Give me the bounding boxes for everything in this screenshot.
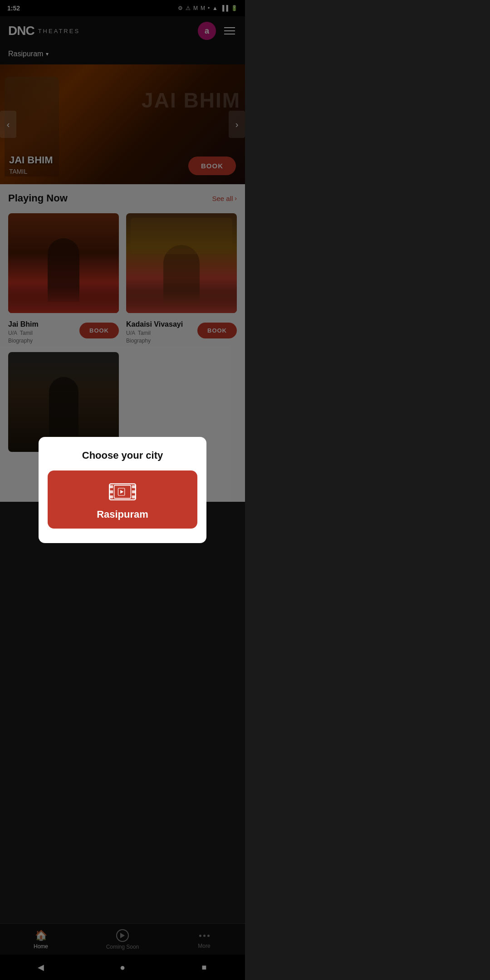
rasipuram-city-button[interactable]: Rasipuram	[48, 470, 197, 502]
film-reel-icon	[108, 480, 137, 502]
svg-rect-2	[109, 490, 113, 493]
svg-rect-6	[132, 495, 136, 498]
svg-rect-5	[132, 490, 136, 493]
svg-marker-9	[120, 490, 123, 494]
svg-rect-1	[109, 485, 113, 488]
svg-rect-4	[132, 485, 136, 488]
modal-title: Choose your city	[82, 450, 163, 461]
svg-rect-3	[109, 495, 113, 498]
city-selection-modal-overlay: Choose your city Rasipuram	[0, 0, 245, 502]
city-selection-modal: Choose your city Rasipuram	[39, 437, 206, 502]
